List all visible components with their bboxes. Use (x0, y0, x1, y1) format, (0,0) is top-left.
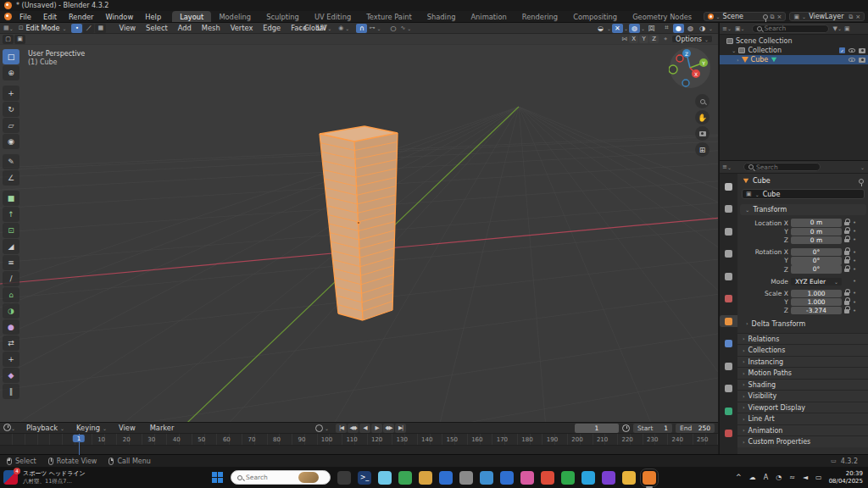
tool-inset-faces[interactable]: ⊡ (3, 223, 19, 238)
outliner-row-cube[interactable]: › Cube (720, 55, 868, 64)
filter-id-icon[interactable]: ▣ (735, 25, 741, 32)
transform-panel-header[interactable]: ⌄ Transform (740, 204, 866, 215)
menu[interactable]: Help (139, 13, 167, 21)
workspace-tab-rendering[interactable]: Rendering (515, 11, 565, 22)
outliner-search[interactable] (752, 25, 829, 33)
taskbar-app-editor[interactable] (500, 471, 514, 485)
taskbar-app-messaging[interactable] (581, 471, 595, 485)
properties-tab-view-layer[interactable] (720, 248, 737, 260)
tray-icon[interactable]: ◔ (776, 474, 782, 481)
animate-dot-icon[interactable]: • (853, 236, 856, 243)
zoom-button[interactable] (695, 94, 709, 108)
collapsed-panel[interactable]: › Instancing (737, 356, 868, 368)
taskbar-app-browser-globe[interactable] (398, 471, 412, 485)
lock-icon[interactable] (844, 229, 850, 234)
properties-tab-physics[interactable] (720, 383, 737, 395)
mode-selector[interactable]: ⊡ Edit Mode ⌄ (19, 25, 67, 32)
outliner-row-collection[interactable]: ⌄ Collection ✓ (720, 46, 868, 55)
tool-poly-build[interactable]: ⌂ (3, 287, 19, 302)
snap-settings-icon[interactable]: ⌖ (664, 36, 667, 42)
viewport-menu[interactable]: Edge (258, 24, 286, 32)
collapsed-panel[interactable]: › Animation (737, 424, 868, 436)
collapsed-panel[interactable]: › Line Art (737, 413, 868, 424)
tool-edge-slide[interactable]: ⇄ (3, 336, 19, 351)
tool-shrink-fatten[interactable]: + (3, 352, 19, 367)
face-select-mode-button[interactable]: ▦ (95, 24, 106, 33)
snap-magnet-icon[interactable]: ∩ (356, 24, 367, 33)
taskbar-search-input[interactable] (246, 474, 295, 481)
tool-add-cube[interactable]: ■ (3, 191, 19, 206)
taskbar-app-task-view[interactable] (337, 471, 351, 485)
mirror-axis-button-z[interactable]: Z (649, 35, 659, 43)
tool-select-box[interactable]: □ (3, 49, 19, 64)
value-field[interactable]: XYZ Euler (791, 278, 842, 286)
pivot-point-icon[interactable]: ◉ (338, 25, 343, 31)
tool-scale[interactable]: ▱ (3, 118, 19, 133)
close-icon[interactable]: × (777, 14, 782, 20)
transport-button-next-keyframe[interactable]: ◆▶ (383, 424, 394, 433)
workspace-tab-modeling[interactable]: Modeling (211, 11, 259, 22)
tool-fallback-icon[interactable]: ▢ (3, 35, 14, 44)
collapsed-panel[interactable]: › Shading (737, 379, 868, 391)
scene-canvas[interactable] (0, 23, 718, 422)
editor-type-icon[interactable]: ▦ (3, 25, 9, 31)
properties-tab-material[interactable] (720, 428, 737, 440)
properties-tab-tool[interactable] (720, 180, 737, 192)
pin-icon[interactable] (763, 14, 768, 19)
lock-icon[interactable] (844, 237, 850, 242)
properties-tab-modifiers[interactable] (720, 338, 737, 350)
overlays-toggle-icon[interactable]: ◍ (629, 24, 640, 33)
animate-dot-icon[interactable]: • (853, 290, 856, 297)
camera-view-button[interactable] (695, 126, 709, 141)
taskbar-search[interactable] (231, 470, 331, 485)
gizmos-toggle-icon[interactable]: ✕ (612, 24, 623, 33)
mirror-axis-button-x[interactable]: X (629, 35, 638, 43)
stopwatch-icon[interactable] (622, 424, 630, 432)
disable-render-icon[interactable] (859, 48, 865, 53)
new-scene-icon[interactable]: ⧉ (771, 14, 775, 20)
animate-dot-icon[interactable]: • (853, 299, 856, 306)
pin-icon[interactable] (859, 179, 864, 184)
options-dropdown[interactable]: Options ⌄ (671, 35, 713, 43)
timeline-menu-playback[interactable]: Playback⌄ (20, 424, 70, 432)
checkbox-icon[interactable]: ✓ (839, 47, 845, 53)
expand-chevron-icon[interactable]: › (737, 57, 739, 64)
tool-measure[interactable]: ∠ (3, 170, 19, 186)
value-field[interactable]: 0 m (791, 219, 842, 226)
ortho-toggle-button[interactable]: ⊞ (695, 142, 709, 157)
shading-material-button[interactable]: ◍ (685, 24, 696, 33)
taskbar-app-purple-app[interactable] (602, 471, 615, 485)
lock-icon[interactable] (844, 250, 850, 255)
tool-knife[interactable]: / (3, 271, 19, 286)
new-viewlayer-icon[interactable]: ⧉ (849, 14, 853, 20)
lock-icon[interactable] (844, 220, 850, 225)
tool-spin[interactable]: ◑ (3, 303, 19, 319)
workspace-tab-compositing[interactable]: Compositing (565, 11, 625, 22)
properties-tab-scene[interactable] (720, 270, 737, 282)
hide-viewport-icon[interactable] (849, 58, 855, 62)
collapsed-panel[interactable]: › Collections (737, 344, 868, 356)
options-chevron-icon[interactable]: ⌄ (860, 164, 865, 170)
lock-icon[interactable] (844, 267, 850, 272)
falloff-icon[interactable]: ∿ (400, 25, 405, 31)
timeline-ruler[interactable]: 1020304050607080901001101201301401501601… (0, 434, 718, 446)
start-frame-field[interactable]: Start 1 (633, 424, 672, 433)
current-frame-indicator[interactable]: 1 (73, 435, 85, 442)
current-frame-field[interactable]: 1 (575, 424, 619, 433)
transport-button-play-reverse[interactable]: ◀ (359, 424, 370, 433)
taskbar-app-store[interactable] (439, 471, 453, 485)
workspace-tab-animation[interactable]: Animation (463, 11, 514, 22)
lock-icon[interactable] (844, 291, 850, 296)
tool-shear[interactable]: ◆ (3, 368, 19, 383)
workspace-tab-shading[interactable]: Shading (420, 11, 464, 22)
delta-transform-panel[interactable]: › Delta Transform (746, 320, 868, 328)
transport-button-jump-to-end[interactable]: ▶| (395, 424, 406, 433)
tool-smooth[interactable]: ● (3, 319, 19, 335)
properties-search-input[interactable] (756, 164, 815, 171)
menu[interactable]: Render (63, 13, 100, 21)
value-field[interactable]: 0° (791, 257, 842, 264)
value-field[interactable]: 1.000 (791, 290, 842, 297)
value-field[interactable]: 0° (791, 248, 842, 256)
value-field[interactable]: 0° (791, 265, 842, 273)
lock-icon[interactable] (844, 308, 850, 313)
